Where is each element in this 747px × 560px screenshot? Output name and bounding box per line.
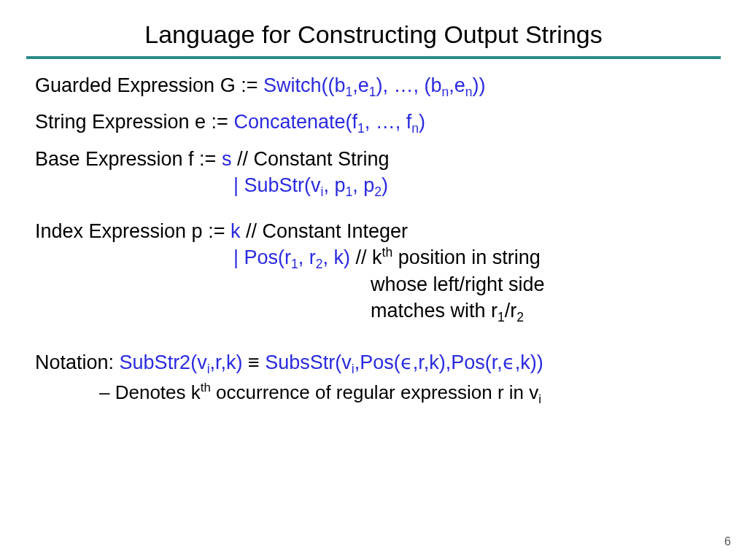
- pos-note1a: // k: [350, 246, 382, 268]
- indexexpr-k: k: [231, 220, 241, 242]
- pos-a: Pos(r: [244, 246, 292, 268]
- sup-th2: th: [201, 381, 211, 394]
- indexexpr-lhs: Index Expression p :=: [35, 220, 231, 242]
- title-rule: [26, 56, 721, 59]
- notation-line: Notation: SubStr2(vi,r,k) ≡ SubsStr(vi,P…: [35, 349, 712, 376]
- base-expression-line: Base Expression f := s // Constant Strin…: [35, 146, 712, 172]
- baseexpr-lhs: Base Expression f :=: [35, 148, 222, 170]
- notation-rhs-d: ,k)): [515, 351, 543, 373]
- denote-b: occurrence of regular expression r in v: [211, 381, 538, 403]
- base-expression-alt: | SubStr(vi, p1, p2): [233, 172, 712, 198]
- indexexpr-comment: // Constant Integer: [240, 220, 408, 242]
- sub-1d: 1: [346, 185, 353, 200]
- guarded-rhs-e: )): [473, 74, 486, 96]
- stringexpr-c: ): [419, 111, 425, 133]
- guarded-expression-line: Guarded Expression G := Switch((b1,e1), …: [35, 72, 712, 98]
- sub-n3: n: [411, 122, 419, 136]
- epsilon-1: ϵ: [400, 351, 413, 373]
- guarded-rhs-b: ,e: [352, 74, 369, 96]
- guarded-rhs-d: ,e: [449, 74, 465, 96]
- page-number: 6: [724, 535, 731, 548]
- baseexpr-s: s: [222, 148, 232, 170]
- sub-1e: 1: [291, 257, 298, 272]
- guarded-rhs-c: ), …, (b: [376, 74, 442, 96]
- pos-b: , r: [298, 246, 316, 268]
- guarded-rhs-a: Switch((b: [263, 74, 346, 96]
- notation-label: Notation:: [35, 351, 120, 373]
- denote-dash: –: [99, 381, 115, 403]
- stringexpr-a: Concatenate(f: [233, 111, 357, 133]
- slide-body: Guarded Expression G := Switch((b1,e1), …: [0, 72, 747, 405]
- pos-note1b: position in string: [392, 246, 541, 268]
- pos-note-line2: whose left/right side: [371, 271, 712, 298]
- notation-rhs-a: SubsStr(v: [265, 351, 352, 373]
- sub-1f: 1: [498, 310, 505, 324]
- sub-1c: 1: [357, 122, 365, 136]
- index-expression-line: Index Expression p := k // Constant Inte…: [35, 218, 712, 244]
- stringexpr-b: , …, f: [365, 111, 412, 133]
- slide: Language for Constructing Output Strings…: [0, 0, 747, 560]
- index-expression-alt: | Pos(r1, r2, k) // kth position in stri…: [233, 244, 712, 271]
- slide-title: Language for Constructing Output Strings: [0, 0, 747, 56]
- string-expression-line: String Expression e := Concatenate(f1, ……: [35, 109, 712, 135]
- sub-i4: i: [538, 392, 541, 406]
- pos-note3b: /r: [505, 300, 517, 322]
- substr-b: , p: [323, 174, 345, 196]
- sub-2c: 2: [516, 310, 524, 324]
- sup-th: th: [382, 245, 393, 260]
- pos-note3a: matches with r: [371, 300, 498, 322]
- denote-a: Denotes k: [115, 381, 201, 403]
- notation-rhs-c: ,r,k),Pos(r,: [413, 351, 503, 373]
- pos-c: , k): [323, 246, 351, 268]
- baseexpr-comment: // Constant String: [231, 148, 389, 170]
- sub-2: 2: [374, 185, 382, 200]
- notation-rhs-b: ,Pos(: [355, 351, 400, 373]
- baseexpr-bar: |: [233, 174, 244, 196]
- stringexpr-lhs: String Expression e :=: [35, 111, 233, 133]
- notation-lhs-b: ,r,k): [210, 351, 243, 373]
- epsilon-2: ϵ: [503, 351, 515, 373]
- indexexpr-bar: |: [233, 246, 244, 268]
- sub-n: n: [442, 85, 449, 99]
- notation-equiv: ≡: [243, 351, 266, 373]
- sub-1b: 1: [369, 85, 376, 99]
- pos-note2: whose left/right side: [371, 273, 545, 295]
- substr-a: SubStr(v: [244, 174, 321, 196]
- sub-n2: n: [465, 85, 473, 99]
- sub-2b: 2: [316, 257, 323, 272]
- substr-c: , p: [352, 174, 374, 196]
- sub-1: 1: [345, 85, 352, 99]
- notation-lhs-a: SubStr2(v: [120, 351, 207, 373]
- substr-d: ): [382, 174, 388, 196]
- guarded-lhs: Guarded Expression G :=: [35, 74, 263, 96]
- pos-note-line3: matches with r1/r2: [371, 298, 712, 324]
- denote-line: – Denotes kth occurrence of regular expr…: [99, 380, 712, 405]
